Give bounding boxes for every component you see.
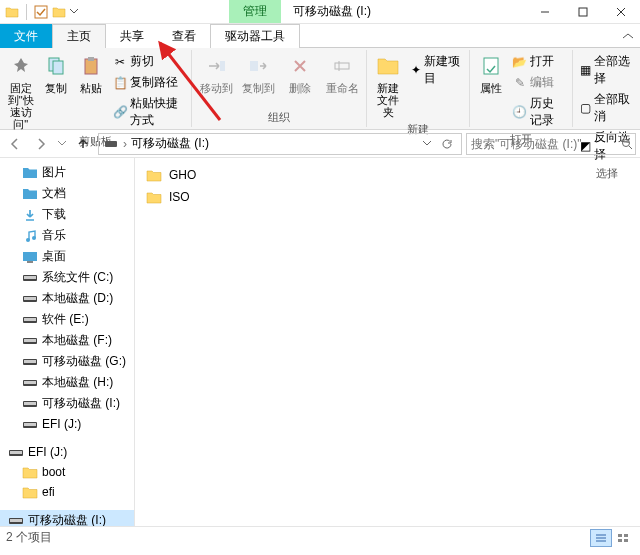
history-icon: 🕘 — [513, 105, 527, 119]
tree-item-label: 本地磁盘 (F:) — [42, 332, 112, 349]
tree-item[interactable]: EFI (J:) — [0, 414, 134, 434]
tree-item[interactable]: 桌面 — [0, 246, 134, 267]
svg-line-14 — [629, 146, 632, 149]
paste-shortcut-button[interactable]: 🔗粘贴快捷方式 — [110, 94, 187, 130]
new-item-button[interactable]: ✦新建项目 — [407, 52, 465, 88]
paste-button[interactable]: 粘贴 — [75, 50, 108, 96]
rename-button[interactable]: 重命名 — [322, 50, 362, 96]
forward-button[interactable] — [30, 133, 52, 155]
tab-view[interactable]: 查看 — [158, 24, 210, 48]
tree-item[interactable]: 软件 (E:) — [0, 309, 134, 330]
svg-rect-12 — [105, 141, 117, 147]
svg-rect-18 — [27, 261, 33, 263]
svg-rect-5 — [85, 59, 97, 74]
maximize-button[interactable] — [564, 0, 602, 24]
svg-point-16 — [32, 236, 36, 240]
open-button[interactable]: 📂打开 — [510, 52, 568, 71]
collapse-ribbon-button[interactable] — [616, 24, 640, 48]
dropdown-button[interactable] — [417, 134, 437, 154]
item-count: 2 个项目 — [6, 529, 52, 546]
icons-view-button[interactable] — [612, 529, 634, 547]
tab-home[interactable]: 主页 — [52, 24, 106, 48]
minimize-button[interactable] — [526, 0, 564, 24]
svg-rect-36 — [10, 451, 22, 454]
delete-button[interactable]: 删除 — [280, 50, 320, 96]
tree-item[interactable]: 可移动磁盘 (G:) — [0, 351, 134, 372]
checkbox-icon[interactable] — [33, 4, 49, 20]
close-button[interactable] — [602, 0, 640, 24]
title-bar: 管理 可移动磁盘 (I:) — [0, 0, 640, 24]
file-list[interactable]: GHOISO — [135, 158, 640, 526]
history-button[interactable]: 🕘历史记录 — [510, 94, 568, 130]
breadcrumb[interactable]: 可移动磁盘 (I:) — [131, 135, 209, 152]
pin-quickaccess-button[interactable]: 固定到"快速访问" — [4, 50, 37, 132]
status-bar: 2 个项目 — [0, 526, 640, 548]
tree-item-label: efi — [42, 485, 55, 499]
main-body: 图片文档下载音乐桌面系统文件 (C:)本地磁盘 (D:)软件 (E:)本地磁盘 … — [0, 158, 640, 526]
select-all-button[interactable]: ▦全部选择 — [577, 52, 636, 88]
properties-button[interactable]: 属性 — [474, 50, 508, 96]
navigation-tree[interactable]: 图片文档下载音乐桌面系统文件 (C:)本地磁盘 (D:)软件 (E:)本地磁盘 … — [0, 158, 135, 526]
copy-path-button[interactable]: 📋复制路径 — [110, 73, 187, 92]
tree-item-label: 下载 — [42, 206, 66, 223]
tree-item[interactable]: efi — [0, 482, 134, 502]
up-button[interactable] — [72, 133, 94, 155]
svg-rect-6 — [88, 57, 94, 61]
path-icon: 📋 — [113, 76, 127, 90]
file-item[interactable]: ISO — [141, 186, 634, 208]
documents-icon — [22, 186, 38, 202]
tree-item[interactable]: 下载 — [0, 204, 134, 225]
copy-icon — [42, 52, 70, 80]
refresh-button[interactable] — [437, 134, 457, 154]
tree-item[interactable]: 音乐 — [0, 225, 134, 246]
svg-rect-24 — [24, 318, 36, 321]
tree-item[interactable]: 文档 — [0, 183, 134, 204]
copy-button[interactable]: 复制 — [39, 50, 72, 96]
folder-icon[interactable] — [51, 4, 67, 20]
address-bar[interactable]: › 可移动磁盘 (I:) — [98, 133, 462, 155]
file-name: GHO — [169, 168, 196, 182]
search-box[interactable] — [466, 133, 636, 155]
tab-file[interactable]: 文件 — [0, 24, 52, 48]
file-name: ISO — [169, 190, 190, 204]
search-icon[interactable] — [621, 138, 633, 150]
tree-item[interactable]: 可移动磁盘 (I:) — [0, 393, 134, 414]
copy-to-button[interactable]: 复制到 — [238, 50, 278, 96]
tree-item-label: boot — [42, 465, 65, 479]
tree-item[interactable]: 可移动磁盘 (I:) — [0, 510, 134, 526]
tree-item[interactable]: EFI (J:) — [0, 442, 134, 462]
tree-item[interactable]: 系统文件 (C:) — [0, 267, 134, 288]
back-button[interactable] — [4, 133, 26, 155]
tree-item[interactable]: boot — [0, 462, 134, 482]
select-none-button[interactable]: ▢全部取消 — [577, 90, 636, 126]
newitem-icon: ✦ — [410, 63, 421, 77]
rename-icon — [328, 52, 356, 80]
move-to-button[interactable]: 移动到 — [196, 50, 236, 96]
tree-item-label: 系统文件 (C:) — [42, 269, 113, 286]
file-item[interactable]: GHO — [141, 164, 634, 186]
tree-item-label: EFI (J:) — [28, 445, 67, 459]
context-tab-manage[interactable]: 管理 — [229, 0, 281, 23]
drive-icon — [22, 270, 38, 286]
search-input[interactable] — [471, 137, 621, 151]
edit-button[interactable]: ✎编辑 — [510, 73, 568, 92]
tree-item[interactable]: 本地磁盘 (F:) — [0, 330, 134, 351]
drive-icon — [8, 513, 24, 527]
svg-point-13 — [623, 139, 630, 146]
tab-drive-tools[interactable]: 驱动器工具 — [210, 24, 300, 48]
cut-button[interactable]: ✂剪切 — [110, 52, 187, 71]
tree-item-label: 文档 — [42, 185, 66, 202]
tab-share[interactable]: 共享 — [106, 24, 158, 48]
tree-item[interactable]: 本地磁盘 (D:) — [0, 288, 134, 309]
svg-rect-20 — [24, 276, 36, 279]
moveto-icon — [202, 52, 230, 80]
tree-item[interactable]: 图片 — [0, 162, 134, 183]
tree-item-label: 音乐 — [42, 227, 66, 244]
tree-item[interactable]: 本地磁盘 (H:) — [0, 372, 134, 393]
svg-rect-44 — [618, 539, 622, 542]
open-icon: 📂 — [513, 55, 527, 69]
recent-button[interactable] — [56, 133, 68, 155]
new-folder-button[interactable]: 新建文件夹 — [371, 50, 405, 120]
details-view-button[interactable] — [590, 529, 612, 547]
dropdown-icon[interactable] — [69, 4, 79, 20]
